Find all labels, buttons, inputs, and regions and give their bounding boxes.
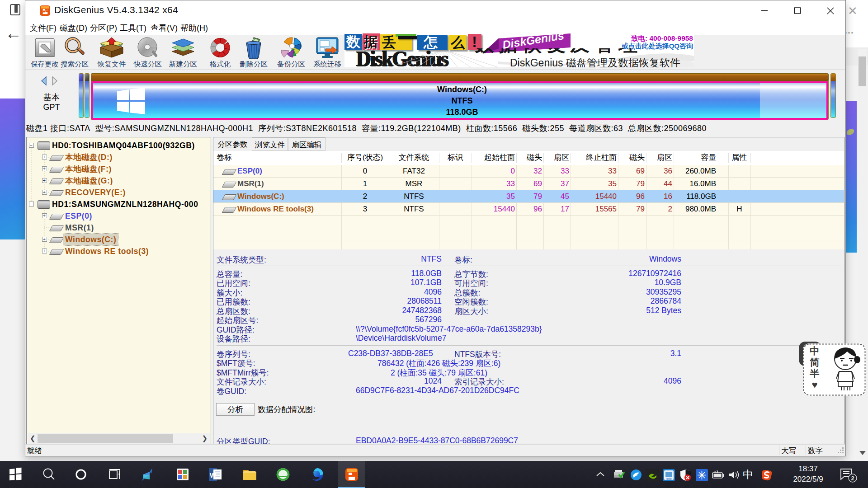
svg-text:2: 2 [851,475,854,482]
svg-text:intel: intel [666,477,672,480]
svg-text:W: W [210,471,217,479]
